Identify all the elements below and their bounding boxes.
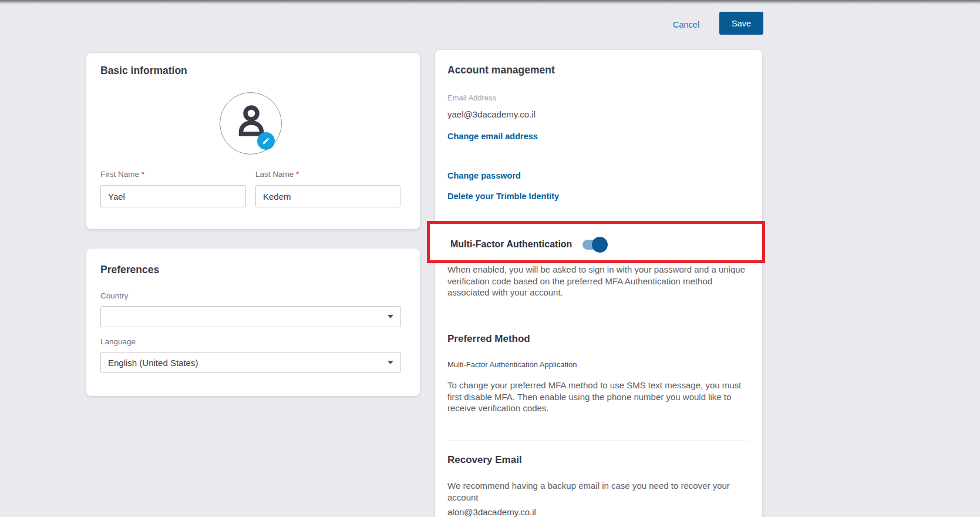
recovery-email-heading: Recovery Email bbox=[447, 454, 522, 466]
change-email-link[interactable]: Change email address bbox=[447, 132, 538, 141]
top-window-shadow bbox=[0, 0, 980, 4]
mfa-highlight-box: Multi-Factor Authentication bbox=[427, 221, 765, 263]
last-name-label-text: Last Name bbox=[255, 170, 294, 179]
preferred-method-heading: Preferred Method bbox=[447, 333, 530, 345]
country-label: Country bbox=[100, 291, 128, 300]
profile-avatar[interactable] bbox=[220, 92, 282, 155]
account-management-title: Account management bbox=[447, 64, 555, 76]
cancel-button[interactable]: Cancel bbox=[673, 20, 699, 29]
required-asterisk: * bbox=[296, 170, 299, 179]
mfa-description: When enabled, you will be asked to sign … bbox=[447, 264, 750, 298]
preferences-title: Preferences bbox=[100, 264, 159, 276]
language-select[interactable]: English (United States) bbox=[100, 352, 401, 373]
email-address-label: Email Address bbox=[447, 93, 496, 102]
caret-down-icon bbox=[388, 361, 393, 364]
mfa-toggle[interactable] bbox=[582, 240, 604, 250]
mfa-label: Multi-Factor Authentication bbox=[450, 239, 572, 250]
language-select-value: English (United States) bbox=[108, 358, 198, 368]
basic-information-card: Basic information First Name * Last Name… bbox=[86, 53, 420, 229]
preferred-method-value: Multi-Factor Authentication Application bbox=[447, 360, 577, 369]
preferences-card: Preferences Country Language English (Un… bbox=[86, 249, 420, 396]
save-button[interactable]: Save bbox=[719, 12, 763, 35]
caret-down-icon bbox=[388, 315, 393, 318]
basic-information-title: Basic information bbox=[100, 65, 187, 77]
change-password-link[interactable]: Change password bbox=[447, 171, 521, 180]
language-label: Language bbox=[100, 337, 136, 346]
first-name-input[interactable] bbox=[100, 185, 246, 207]
account-management-card: Account management Email Address yael@3d… bbox=[435, 50, 762, 517]
last-name-input[interactable] bbox=[255, 185, 400, 207]
first-name-label-text: First Name bbox=[100, 170, 139, 179]
first-name-label: First Name * bbox=[100, 170, 144, 179]
mfa-toggle-knob bbox=[592, 237, 608, 253]
required-asterisk: * bbox=[142, 170, 144, 179]
country-select[interactable] bbox=[100, 306, 401, 327]
email-address-value: yael@3dacademy.co.il bbox=[447, 109, 536, 119]
delete-identity-link[interactable]: Delete your Trimble Identity bbox=[447, 192, 559, 201]
recovery-email-value: alon@3dacademy.co.il bbox=[447, 507, 536, 517]
recovery-email-note: We recommend having a backup email in ca… bbox=[447, 480, 741, 503]
pencil-icon bbox=[262, 137, 270, 145]
last-name-label: Last Name * bbox=[255, 170, 299, 179]
section-divider bbox=[447, 441, 748, 441]
edit-avatar-button[interactable] bbox=[257, 132, 275, 150]
preferred-method-note: To change your preferred MFA method to u… bbox=[447, 380, 750, 414]
